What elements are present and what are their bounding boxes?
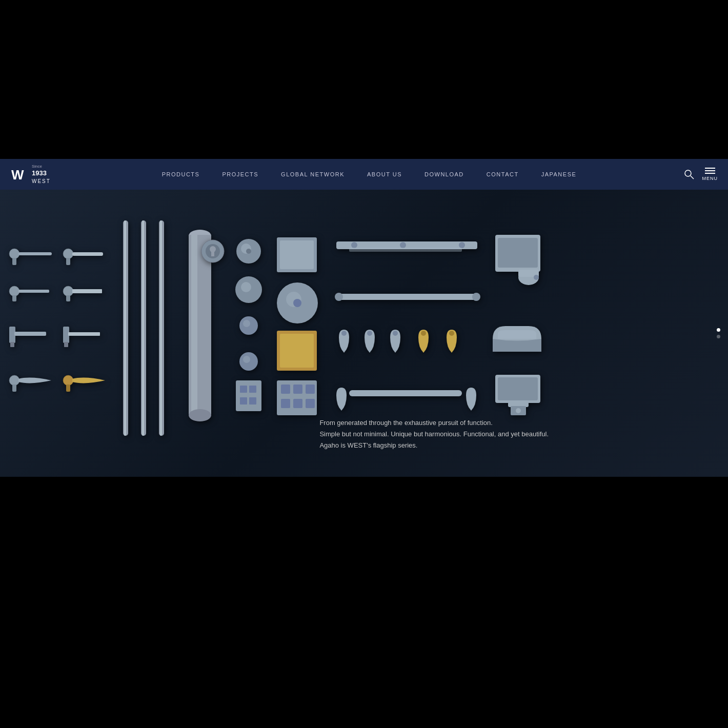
round-knob-2 — [233, 274, 264, 305]
svg-point-79 — [421, 331, 426, 336]
door-lever-4 — [59, 277, 110, 305]
top-black-area — [0, 0, 728, 159]
scroll-dot-2 — [717, 335, 720, 338]
svg-rect-12 — [12, 295, 16, 301]
towel-bar-top — [332, 235, 483, 276]
door-lever-5 — [5, 320, 56, 349]
door-lever-2 — [59, 238, 110, 269]
svg-rect-21 — [64, 342, 68, 347]
svg-rect-11 — [18, 290, 49, 293]
since-label: Since — [32, 164, 51, 169]
pull-bar-3 — [154, 220, 169, 436]
svg-rect-83 — [498, 238, 538, 268]
svg-rect-63 — [281, 399, 290, 408]
svg-point-35 — [189, 409, 211, 421]
svg-point-86 — [534, 275, 539, 280]
search-button[interactable] — [684, 169, 694, 179]
soap-dish — [489, 319, 545, 355]
svg-point-70 — [400, 242, 406, 248]
menu-line-1 — [705, 168, 715, 169]
nav-global-network[interactable]: GLOBAL NETWORK — [270, 171, 356, 177]
svg-rect-65 — [293, 399, 302, 408]
svg-rect-62 — [281, 385, 290, 394]
svg-rect-14 — [72, 289, 102, 293]
door-lever-1 — [5, 238, 56, 269]
bottom-bar — [332, 376, 481, 419]
svg-point-2 — [685, 170, 691, 176]
svg-rect-29 — [142, 220, 144, 436]
teardrop-hooks — [332, 326, 496, 369]
svg-rect-27 — [124, 220, 126, 436]
lock-cylinder — [200, 238, 226, 264]
round-knob-small-2 — [236, 349, 261, 374]
nav-right-controls: MENU — [666, 168, 718, 181]
svg-rect-34 — [191, 235, 197, 414]
nav-japanese[interactable]: JAPANESE — [530, 171, 588, 177]
logo-icon: W — [10, 166, 27, 183]
hero-caption: From generated through the exhaustive pu… — [319, 417, 549, 451]
svg-point-13 — [63, 286, 73, 296]
nav-download[interactable]: DOWNLOAD — [413, 171, 475, 177]
svg-point-53 — [293, 299, 301, 307]
menu-line-3 — [705, 173, 715, 174]
svg-point-44 — [241, 282, 251, 292]
logo-area[interactable]: W Since 1933 WEST — [10, 164, 72, 184]
svg-rect-60 — [249, 397, 256, 405]
door-lever-gold — [59, 367, 110, 395]
caption-line-1: From generated through the exhaustive pu… — [319, 417, 549, 429]
svg-rect-8 — [72, 252, 103, 256]
svg-line-3 — [691, 176, 694, 179]
svg-rect-58 — [240, 397, 247, 405]
svg-rect-73 — [336, 294, 477, 300]
nav-contact[interactable]: CONTACT — [475, 171, 530, 177]
nav-products[interactable]: PRODUCTS — [151, 171, 211, 177]
caption-line-3: Agaho is WEST's flagship series. — [319, 440, 549, 451]
round-knob-small-1 — [236, 313, 261, 338]
door-lever-6 — [59, 320, 110, 349]
svg-point-24 — [63, 375, 73, 386]
pull-bar-1 — [118, 220, 133, 436]
svg-rect-39 — [211, 251, 214, 256]
svg-rect-66 — [306, 385, 315, 394]
svg-rect-15 — [66, 295, 70, 301]
svg-rect-5 — [18, 252, 52, 255]
nav-links: PRODUCTS PROJECTS GLOBAL NETWORK ABOUT U… — [72, 171, 666, 177]
nav-about-us[interactable]: ABOUT US — [356, 171, 413, 177]
square-plate-2 — [274, 280, 320, 326]
svg-point-76 — [341, 331, 347, 336]
menu-line-2 — [705, 170, 715, 171]
svg-point-91 — [516, 408, 521, 413]
svg-point-42 — [246, 249, 251, 254]
svg-rect-23 — [12, 385, 16, 392]
svg-point-80 — [449, 331, 454, 336]
round-knob-1 — [233, 236, 264, 267]
scroll-indicator — [717, 328, 720, 338]
pull-bar-2 — [136, 220, 151, 436]
svg-rect-20 — [68, 332, 100, 336]
svg-point-22 — [9, 375, 19, 386]
toilet-paper-holder — [491, 232, 545, 289]
svg-rect-88 — [498, 377, 538, 400]
menu-label: MENU — [702, 176, 718, 181]
nav-projects[interactable]: PROJECTS — [211, 171, 270, 177]
svg-point-78 — [393, 331, 398, 336]
switch-plate-small — [233, 378, 264, 413]
svg-rect-25 — [66, 385, 70, 392]
svg-rect-64 — [293, 385, 302, 394]
towel-bar-mid — [332, 285, 483, 313]
svg-point-74 — [335, 293, 343, 301]
svg-rect-6 — [12, 258, 16, 265]
svg-rect-18 — [10, 342, 14, 347]
svg-rect-17 — [14, 332, 46, 336]
hero-section: From generated through the exhaustive pu… — [0, 190, 728, 477]
svg-point-7 — [63, 249, 73, 259]
svg-point-48 — [243, 356, 250, 363]
svg-rect-50 — [280, 240, 314, 269]
svg-rect-59 — [249, 386, 256, 393]
svg-rect-72 — [349, 248, 462, 252]
svg-point-10 — [9, 286, 19, 296]
svg-rect-9 — [66, 258, 70, 265]
svg-point-4 — [9, 249, 19, 259]
menu-button[interactable]: MENU — [702, 168, 718, 181]
svg-point-75 — [472, 293, 480, 301]
